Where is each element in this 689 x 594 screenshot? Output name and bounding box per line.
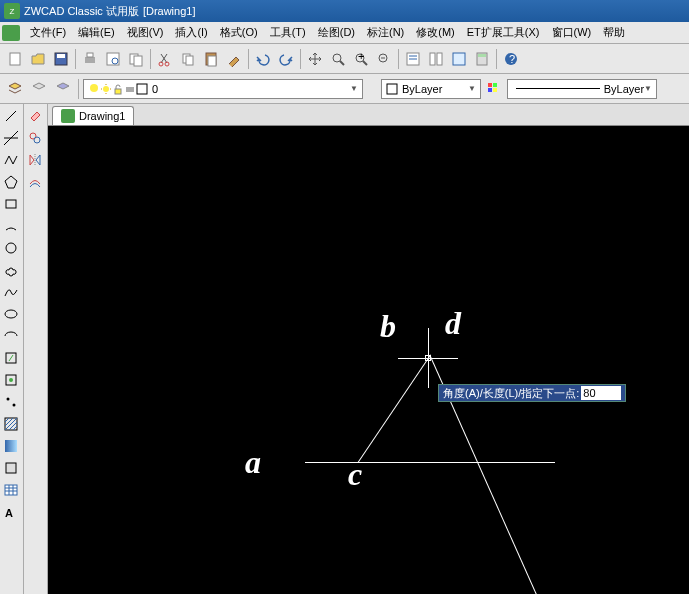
canvas-line [305, 462, 555, 463]
preview-button[interactable] [102, 48, 124, 70]
svg-line-45 [6, 111, 16, 121]
polygon-tool[interactable] [1, 172, 21, 192]
svg-rect-38 [126, 87, 134, 92]
menu-etext[interactable]: ET扩展工具(X) [461, 23, 546, 42]
sun-icon [100, 83, 112, 95]
zoom-prev-button[interactable] [373, 48, 395, 70]
arc-tool[interactable] [1, 216, 21, 236]
revcloud-tool[interactable] [1, 260, 21, 280]
match-button[interactable] [223, 48, 245, 70]
tab-drawing1[interactable]: Drawing1 [52, 106, 134, 125]
rectangle-tool[interactable] [1, 194, 21, 214]
color-value: ByLayer [402, 83, 442, 95]
color-dialog-button[interactable] [483, 78, 505, 100]
svg-text:+: + [358, 51, 364, 62]
menu-dimension[interactable]: 标注(N) [361, 23, 410, 42]
layer-states-button[interactable] [52, 78, 74, 100]
prompt-input[interactable] [581, 386, 621, 400]
save-button[interactable] [50, 48, 72, 70]
undo-button[interactable] [252, 48, 274, 70]
circle-tool[interactable] [1, 238, 21, 258]
block-insert-tool[interactable] [1, 348, 21, 368]
region-tool[interactable] [1, 458, 21, 478]
copy-tool[interactable] [25, 128, 45, 148]
new-button[interactable] [4, 48, 26, 70]
pan-button[interactable] [304, 48, 326, 70]
svg-point-50 [6, 243, 16, 253]
zoom-window-button[interactable]: + [350, 48, 372, 70]
menu-tools[interactable]: 工具(T) [264, 23, 312, 42]
print-button[interactable] [79, 48, 101, 70]
help-button[interactable]: ? [500, 48, 522, 70]
redo-button[interactable] [275, 48, 297, 70]
zoom-realtime-button[interactable] [327, 48, 349, 70]
xline-tool[interactable] [1, 128, 21, 148]
lock-open-icon [112, 83, 124, 95]
hatch-tool[interactable] [1, 414, 21, 434]
calc-button[interactable] [471, 48, 493, 70]
menu-draw[interactable]: 绘图(D) [312, 23, 361, 42]
publish-button[interactable] [125, 48, 147, 70]
pline-tool[interactable] [1, 150, 21, 170]
svg-rect-40 [387, 84, 397, 94]
dropdown-icon: ▼ [350, 84, 358, 93]
mtext-tool[interactable]: A [1, 502, 21, 522]
menu-help[interactable]: 帮助 [597, 23, 631, 42]
svg-point-56 [13, 404, 16, 407]
layer-combo[interactable]: 0 ▼ [83, 79, 363, 99]
svg-rect-4 [87, 53, 93, 57]
layer-name: 0 [152, 83, 158, 95]
workspace: A Drawing1 a b c d [0, 104, 689, 594]
line-tool[interactable] [1, 106, 21, 126]
dynamic-input-prompt[interactable]: 角度(A)/长度(L)/指定下一点: [438, 384, 626, 402]
menu-edit[interactable]: 编辑(E) [72, 23, 121, 42]
menu-window[interactable]: 窗口(W) [546, 23, 598, 42]
dropdown-icon: ▼ [468, 84, 476, 93]
label-d: d [445, 305, 461, 342]
svg-text:?: ? [509, 53, 515, 65]
linetype-sample-icon [516, 88, 600, 89]
color-combo[interactable]: ByLayer ▼ [381, 79, 481, 99]
table-tool[interactable] [1, 480, 21, 500]
point-tool[interactable] [1, 392, 21, 412]
design-center-button[interactable] [425, 48, 447, 70]
separator [496, 49, 497, 69]
block-make-tool[interactable] [1, 370, 21, 390]
menu-insert[interactable]: 插入(I) [169, 23, 213, 42]
copy-button[interactable] [177, 48, 199, 70]
canvas-area: Drawing1 a b c d 角度(A)/长度(L)/指定下一点: [48, 104, 689, 594]
menu-file[interactable]: 文件(F) [24, 23, 72, 42]
offset-tool[interactable] [25, 172, 45, 192]
tool-palette-button[interactable] [448, 48, 470, 70]
svg-rect-28 [478, 54, 486, 57]
cut-button[interactable] [154, 48, 176, 70]
menu-format[interactable]: 格式(O) [214, 23, 264, 42]
ellipse-tool[interactable] [1, 304, 21, 324]
label-a: a [245, 444, 261, 481]
svg-point-32 [103, 86, 109, 92]
svg-line-62 [13, 426, 17, 430]
svg-point-31 [90, 84, 98, 92]
spline-tool[interactable] [1, 282, 21, 302]
menu-view[interactable]: 视图(V) [121, 23, 170, 42]
tab-label: Drawing1 [79, 110, 125, 122]
ellipse-arc-tool[interactable] [1, 326, 21, 346]
svg-rect-3 [85, 57, 95, 63]
drawing-canvas[interactable]: a b c d 角度(A)/长度(L)/指定下一点: [48, 126, 689, 594]
mirror-tool[interactable] [25, 150, 45, 170]
app-icon: Z [4, 3, 20, 19]
properties-button[interactable] [402, 48, 424, 70]
layer-prev-button[interactable] [28, 78, 50, 100]
linetype-combo[interactable]: ByLayer ▼ [507, 79, 657, 99]
layer-manager-button[interactable] [4, 78, 26, 100]
gradient-tool[interactable] [1, 436, 21, 456]
label-c: c [348, 456, 362, 493]
paste-button[interactable] [200, 48, 222, 70]
svg-point-55 [7, 398, 10, 401]
open-button[interactable] [27, 48, 49, 70]
menu-modify[interactable]: 修改(M) [410, 23, 461, 42]
erase-tool[interactable] [25, 106, 45, 126]
draw-toolbar: A [0, 104, 24, 594]
separator [300, 49, 301, 69]
separator [78, 79, 79, 99]
